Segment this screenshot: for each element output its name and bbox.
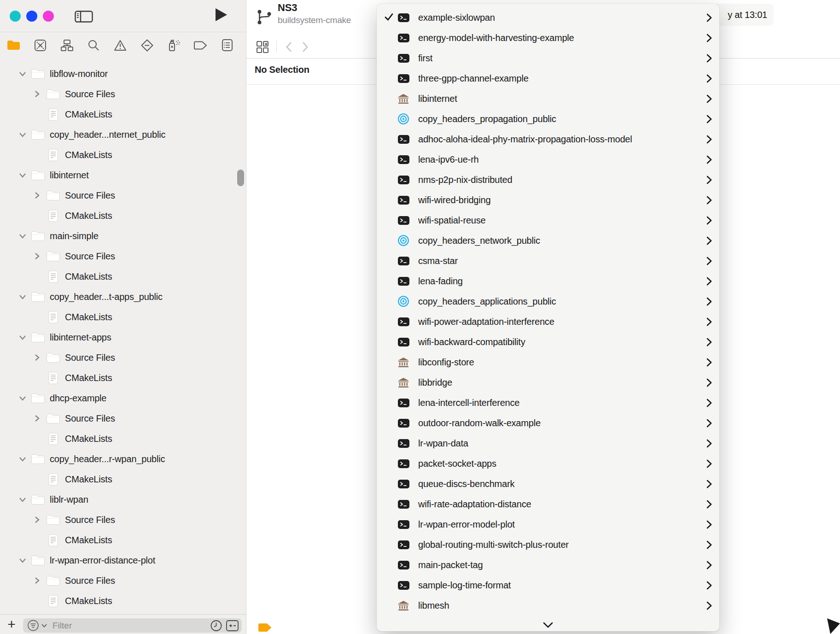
tree-row[interactable]: copy_header...nternet_public xyxy=(0,124,246,145)
chevron-down-icon[interactable] xyxy=(18,333,27,341)
filter-input[interactable] xyxy=(50,621,210,631)
tree-row[interactable]: main-simple xyxy=(0,226,246,246)
scheme-menu-item[interactable]: first xyxy=(377,48,719,68)
tree-row[interactable]: Source Files xyxy=(0,347,246,368)
scheme-menu-item[interactable]: libbridge xyxy=(377,372,719,393)
scheme-menu-item[interactable]: wifi-rate-adaptation-distance xyxy=(377,494,719,514)
scheme-menu-item[interactable]: copy_headers_network_public xyxy=(377,230,719,251)
scheme-menu-item[interactable]: lr-wpan-error-model-plot xyxy=(377,514,719,534)
scheme-menu-item[interactable]: lena-ipv6-ue-rh xyxy=(377,149,719,170)
related-items-icon[interactable] xyxy=(256,39,269,55)
tree-row[interactable]: CMakeLists xyxy=(0,205,246,226)
tree-row[interactable]: CMakeLists xyxy=(0,145,246,165)
chevron-down-icon[interactable] xyxy=(18,130,27,139)
tree-row[interactable]: CMakeLists xyxy=(0,469,246,489)
tree-row[interactable]: libinternet-apps xyxy=(0,327,246,347)
chevron-down-icon[interactable] xyxy=(18,171,27,179)
scheme-menu-item[interactable]: adhoc-aloha-ideal-phy-matrix-propagation… xyxy=(377,129,719,149)
chevron-down-icon[interactable] xyxy=(18,455,27,463)
tree-row[interactable]: Source Files xyxy=(0,84,246,104)
symbols-navigator-tab[interactable] xyxy=(53,32,80,58)
scheme-menu-item[interactable]: wifi-backward-compatibility xyxy=(377,332,719,352)
scheme-menu-item[interactable]: global-routing-multi-switch-plus-router xyxy=(377,534,719,555)
tree-row[interactable]: lr-wpan-error-distance-plot xyxy=(0,550,246,570)
scheme-menu-item[interactable]: three-gpp-channel-example xyxy=(377,68,719,88)
scheme-menu-item[interactable]: copy_headers_applications_public xyxy=(377,291,719,311)
tree-row[interactable]: CMakeLists xyxy=(0,307,246,327)
tree-row[interactable]: CMakeLists xyxy=(0,530,246,550)
scheme-menu-item[interactable]: wifi-wired-bridging xyxy=(377,190,719,210)
close-window-button[interactable] xyxy=(10,11,21,22)
scheme-menu-item[interactable]: libmesh xyxy=(377,595,719,616)
scheme-menu-item[interactable]: main-packet-tag xyxy=(377,555,719,575)
zoom-window-button[interactable] xyxy=(43,11,54,22)
chevron-down-icon[interactable] xyxy=(18,495,27,504)
tree-row[interactable]: copy_header...t-apps_public xyxy=(0,287,246,307)
tree-row[interactable]: liblr-wpan xyxy=(0,489,246,510)
scheme-menu-item[interactable]: wifi-power-adaptation-interference xyxy=(377,311,719,332)
chevron-right-icon[interactable] xyxy=(34,353,40,362)
filter-field[interactable] xyxy=(23,618,242,633)
scheme-menu-item[interactable]: example-sixlowpan xyxy=(377,7,719,28)
sidebar-toggle-icon[interactable] xyxy=(75,11,93,24)
chevron-down-icon[interactable] xyxy=(18,394,27,402)
tree-row[interactable]: Source Files xyxy=(0,185,246,205)
scheme-menu-item[interactable]: csma-star xyxy=(377,251,719,271)
chevron-right-icon[interactable] xyxy=(34,515,40,524)
chevron-right-icon[interactable] xyxy=(34,252,40,261)
tree-row[interactable]: CMakeLists xyxy=(0,429,246,449)
scrollbar-thumb[interactable] xyxy=(237,170,244,186)
chevron-down-icon[interactable] xyxy=(18,70,27,78)
scheme-menu-item[interactable]: sample-log-time-format xyxy=(377,575,719,595)
tree-row[interactable]: CMakeLists xyxy=(0,591,246,611)
chevron-right-icon[interactable] xyxy=(34,191,40,200)
filter-icon[interactable] xyxy=(27,619,50,632)
tree-row[interactable]: Source Files xyxy=(0,510,246,530)
scheme-menu-item[interactable]: lena-intercell-interference xyxy=(377,393,719,413)
scheme-menu-item[interactable]: queue-discs-benchmark xyxy=(377,474,719,494)
scheme-menu-item[interactable]: packet-socket-apps xyxy=(377,453,719,474)
tree-row[interactable]: CMakeLists xyxy=(0,104,246,124)
chevron-right-icon[interactable] xyxy=(34,414,40,423)
scheme-menu-item[interactable]: copy_headers_propagation_public xyxy=(377,109,719,129)
scheme-menu-item[interactable]: wifi-spatial-reuse xyxy=(377,210,719,230)
tree-row[interactable]: Source Files xyxy=(0,570,246,591)
bookmark-tag-icon[interactable] xyxy=(258,622,272,634)
debug-navigator-tab[interactable] xyxy=(160,32,187,58)
find-navigator-tab[interactable] xyxy=(80,32,107,58)
scheme-menu-item[interactable]: libconfig-store xyxy=(377,352,719,372)
scheme-menu-item[interactable]: energy-model-with-harvesting-example xyxy=(377,28,719,48)
issue-navigator-tab[interactable] xyxy=(107,32,134,58)
plus-minus-icon[interactable] xyxy=(226,619,239,632)
scheme-menu-item[interactable]: lena-fading xyxy=(377,271,719,291)
tree-row[interactable]: libinternet xyxy=(0,165,246,185)
chevron-right-icon[interactable] xyxy=(34,576,40,585)
tree-row[interactable]: CMakeLists xyxy=(0,266,246,287)
report-navigator-tab[interactable] xyxy=(214,32,240,58)
add-button[interactable]: + xyxy=(0,616,23,633)
scroll-more-chevron-icon[interactable] xyxy=(377,622,719,628)
scheme-menu-item[interactable]: nms-p2p-nix-distributed xyxy=(377,170,719,190)
clock-icon[interactable] xyxy=(210,619,223,632)
changes-navigator-tab[interactable] xyxy=(27,32,53,58)
forward-button[interactable] xyxy=(300,41,309,55)
chevron-down-icon[interactable] xyxy=(18,556,27,564)
back-button[interactable] xyxy=(285,41,294,55)
tree-row[interactable]: CMakeLists xyxy=(0,368,246,388)
tree-row[interactable]: Source Files xyxy=(0,246,246,266)
tree-row[interactable]: libflow-monitor xyxy=(0,64,246,84)
test-navigator-tab[interactable] xyxy=(134,32,160,58)
scheme-menu-item[interactable]: libinternet xyxy=(377,88,719,109)
tree-row[interactable]: dhcp-example xyxy=(0,388,246,408)
scheme-menu-item[interactable]: lr-wpan-data xyxy=(377,433,719,453)
scheme-menu-item[interactable]: outdoor-random-walk-example xyxy=(377,413,719,433)
minimize-window-button[interactable] xyxy=(26,11,37,22)
chevron-down-icon[interactable] xyxy=(18,293,27,301)
tree-row[interactable]: copy_header...r-wpan_public xyxy=(0,449,246,469)
breakpoint-navigator-tab[interactable] xyxy=(187,32,214,58)
chevron-right-icon[interactable] xyxy=(34,89,40,99)
chevron-down-icon[interactable] xyxy=(18,232,27,240)
project-navigator-tab[interactable] xyxy=(0,32,27,58)
play-button[interactable] xyxy=(216,8,227,21)
tree-row[interactable]: Source Files xyxy=(0,408,246,429)
